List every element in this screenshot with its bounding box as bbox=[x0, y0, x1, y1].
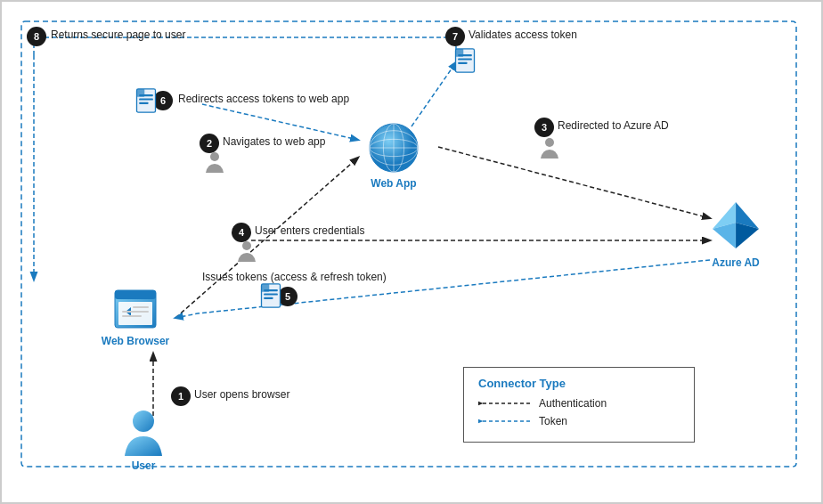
web-browser-label: Web Browser bbox=[102, 335, 169, 347]
svg-rect-24 bbox=[264, 297, 273, 299]
step-2-badge: 2 bbox=[200, 134, 219, 153]
step-3-label: Redirected to Azure AD bbox=[558, 119, 669, 132]
web-app-label: Web App bbox=[371, 177, 416, 190]
step-5-doc-icon bbox=[258, 283, 283, 311]
legend-token-line bbox=[478, 420, 532, 422]
legend-token-label: Token bbox=[539, 415, 567, 427]
svg-rect-12 bbox=[456, 49, 464, 57]
step-4-label: User enters credentials bbox=[255, 224, 364, 237]
legend-auth-line bbox=[478, 402, 532, 404]
svg-rect-11 bbox=[458, 62, 468, 64]
svg-point-44 bbox=[133, 411, 154, 432]
svg-rect-38 bbox=[115, 290, 156, 299]
step-7-label: Validates access token bbox=[469, 28, 577, 41]
svg-point-18 bbox=[210, 152, 219, 161]
web-app-node: Web App bbox=[358, 122, 429, 190]
step-7-badge: 7 bbox=[445, 27, 465, 46]
step-1-label: User opens browser bbox=[194, 388, 289, 401]
legend-item-auth: Authentication bbox=[478, 397, 680, 410]
svg-line-6 bbox=[412, 62, 456, 126]
azure-ad-node: Azure AD bbox=[700, 198, 771, 269]
step-6-doc-icon bbox=[134, 88, 159, 116]
svg-rect-17 bbox=[137, 89, 145, 97]
svg-rect-41 bbox=[133, 306, 149, 308]
svg-rect-39 bbox=[118, 302, 152, 325]
step-5-label: Issues tokens (access & refresh token) bbox=[202, 271, 387, 283]
svg-rect-43 bbox=[122, 315, 142, 317]
legend-box: Connector Type Authentication bbox=[463, 367, 695, 443]
legend-title: Connector Type bbox=[478, 377, 680, 390]
step-3-person-icon bbox=[540, 137, 559, 161]
svg-rect-25 bbox=[262, 284, 270, 292]
svg-line-5 bbox=[202, 104, 358, 140]
web-browser-node: Web Browser bbox=[100, 287, 171, 347]
azure-ad-label: Azure AD bbox=[712, 256, 760, 269]
svg-point-19 bbox=[545, 138, 554, 147]
step-8-label: Returns secure page to user bbox=[51, 28, 185, 41]
step-8-badge: 8 bbox=[27, 27, 46, 46]
svg-rect-15 bbox=[139, 98, 153, 100]
step-7-doc-icon bbox=[452, 48, 477, 76]
legend-auth-label: Authentication bbox=[539, 397, 607, 410]
svg-rect-16 bbox=[139, 102, 149, 104]
svg-rect-23 bbox=[264, 293, 278, 295]
step-6-label: Redirects access tokens to web app bbox=[178, 93, 349, 105]
step-2-label: Navigates to web app bbox=[223, 135, 325, 148]
svg-rect-42 bbox=[122, 311, 149, 313]
step-3-badge: 3 bbox=[534, 118, 554, 137]
step-4-badge: 4 bbox=[232, 223, 251, 242]
svg-rect-10 bbox=[458, 58, 472, 60]
svg-point-20 bbox=[242, 241, 251, 250]
step-1-badge: 1 bbox=[171, 386, 191, 406]
svg-line-3 bbox=[438, 147, 710, 218]
step-4-person-icon bbox=[237, 240, 257, 264]
user-node: User bbox=[116, 410, 171, 472]
diagram: 8 Returns secure page to user 7 Validate… bbox=[0, 0, 823, 504]
user-label: User bbox=[132, 459, 156, 472]
step-2-person-icon bbox=[205, 151, 224, 175]
legend-item-token: Token bbox=[478, 415, 680, 427]
